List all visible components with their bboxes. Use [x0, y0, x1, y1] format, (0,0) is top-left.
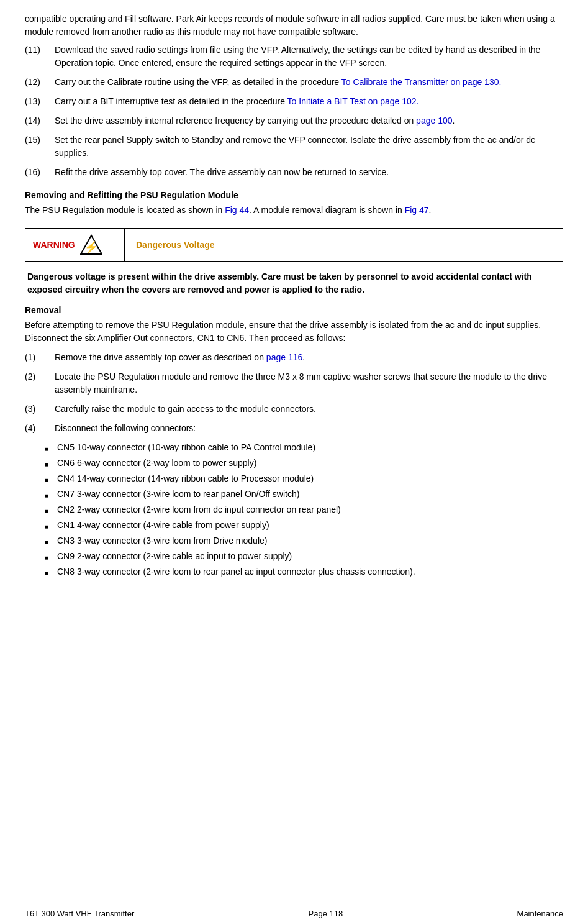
connector-cn5: ■ CN5 10-way connector (10-way ribbon ca…: [45, 441, 563, 454]
step-14: (14) Set the drive assembly internal ref…: [25, 114, 563, 127]
removal-step-3: (3) Carefully raise the module to gain a…: [25, 403, 563, 416]
calibrate-transmitter-link[interactable]: To Calibrate the Transmitter on page 130…: [341, 77, 502, 87]
step-11: (11) Download the saved radio settings f…: [25, 43, 563, 70]
psu-intro: The PSU Regulation module is located as …: [25, 204, 563, 217]
page-100-link[interactable]: page 100: [416, 116, 452, 126]
step-13-content: Carry out a BIT interruptive test as det…: [55, 95, 563, 108]
connector-cn6-text: CN6 6-way connector (2-way loom to power…: [57, 457, 563, 470]
bullet-icon-cn1: ■: [45, 522, 57, 531]
removal-step-1: (1) Remove the drive assembly top cover …: [25, 351, 563, 364]
psu-intro-after: .: [429, 205, 432, 215]
step-13: (13) Carry out a BIT interruptive test a…: [25, 95, 563, 108]
bullet-icon-cn2: ■: [45, 506, 57, 516]
intro-paragraph: compatible operating and Fill software. …: [25, 12, 563, 39]
warning-body: Dangerous voltage is present within the …: [25, 270, 563, 296]
removal-step-1-num: (1): [25, 351, 55, 364]
footer-left: T6T 300 Watt VHF Transmitter: [25, 909, 134, 918]
svg-text:⚡: ⚡: [84, 240, 99, 254]
step-15-content: Set the rear panel Supply switch to Stan…: [55, 134, 563, 160]
connector-cn3-text: CN3 3-way connector (3-wire loom from Dr…: [57, 534, 563, 547]
fig47-link[interactable]: Fig 47: [405, 205, 429, 215]
connector-cn2: ■ CN2 2-way connector (2-wire loom from …: [45, 503, 563, 516]
removal-step-1-after: .: [302, 352, 305, 362]
connector-list: ■ CN5 10-way connector (10-way ribbon ca…: [45, 441, 563, 578]
step-14-num: (14): [25, 114, 55, 127]
connector-cn2-text: CN2 2-way connector (2-wire loom from dc…: [57, 503, 563, 516]
connector-cn9: ■ CN9 2-way connector (2-wire cable ac i…: [45, 550, 563, 563]
connector-cn7-text: CN7 3-way connector (3-wire loom to rear…: [57, 488, 563, 501]
step-11-content: Download the saved radio settings from f…: [55, 43, 563, 70]
warning-box: WARNING ⚡ Dangerous Voltage: [25, 228, 563, 262]
psu-intro-mid: . A module removal diagram is shown in: [249, 205, 405, 215]
warning-triangle-icon: ⚡: [80, 234, 102, 256]
warning-label: WARNING ⚡: [25, 229, 125, 261]
psu-intro-before: The PSU Regulation module is located as …: [25, 205, 225, 215]
removal-step-2: (2) Locate the PSU Regulation module and…: [25, 370, 563, 396]
step-14-text-after: .: [453, 116, 455, 126]
connector-cn5-text: CN5 10-way connector (10-way ribbon cabl…: [57, 441, 563, 454]
removal-step-3-num: (3): [25, 403, 55, 416]
warning-title: Dangerous Voltage: [125, 235, 226, 255]
removal-step-4-content: Disconnect the following connectors:: [55, 422, 563, 435]
removal-step-1-before: Remove the drive assembly top cover as d…: [55, 352, 266, 362]
removal-intro: Before attempting to remove the PSU Regu…: [25, 319, 563, 345]
psu-section-heading: Removing and Refitting the PSU Regulatio…: [25, 190, 563, 200]
step-15-num: (15): [25, 134, 55, 160]
connector-cn1: ■ CN1 4-way connector (4-wire cable from…: [45, 519, 563, 532]
bullet-icon-cn4: ■: [45, 475, 57, 485]
removal-step-4: (4) Disconnect the following connectors:: [25, 422, 563, 435]
connector-cn7: ■ CN7 3-way connector (3-wire loom to re…: [45, 488, 563, 501]
footer-center: Page 118: [309, 909, 343, 918]
connector-cn4-text: CN4 14-way connector (14-way ribbon cabl…: [57, 472, 563, 485]
step-16-content: Refit the drive assembly top cover. The …: [55, 166, 563, 179]
connector-cn3: ■ CN3 3-way connector (3-wire loom from …: [45, 534, 563, 547]
bullet-icon-cn7: ■: [45, 491, 57, 500]
bit-test-link[interactable]: To Initiate a BIT Test on page 102.: [287, 96, 419, 106]
bullet-icon-cn6: ■: [45, 460, 57, 469]
removal-step-2-num: (2): [25, 370, 55, 396]
bullet-icon-cn9: ■: [45, 553, 57, 562]
bullet-icon-cn3: ■: [45, 537, 57, 547]
step-12-num: (12): [25, 76, 55, 89]
bullet-icon-cn5: ■: [45, 444, 57, 454]
step-16: (16) Refit the drive assembly top cover.…: [25, 166, 563, 179]
connector-cn8: ■ CN8 3-way connector (2-wire loom to re…: [45, 565, 563, 578]
step-12: (12) Carry out the Calibrate routine usi…: [25, 76, 563, 89]
removal-step-2-content: Locate the PSU Regulation module and rem…: [55, 370, 563, 396]
step-12-content: Carry out the Calibrate routine using th…: [55, 76, 563, 89]
step-12-text-before: Carry out the Calibrate routine using th…: [55, 77, 341, 87]
step-16-num: (16): [25, 166, 55, 179]
step-14-text-before: Set the drive assembly internal referenc…: [55, 116, 416, 126]
connector-cn1-text: CN1 4-way connector (4-wire cable from p…: [57, 519, 563, 532]
connector-cn6: ■ CN6 6-way connector (2-way loom to pow…: [45, 457, 563, 470]
bullet-icon-cn8: ■: [45, 568, 57, 578]
fig44-link[interactable]: Fig 44: [225, 205, 249, 215]
step-11-num: (11): [25, 43, 55, 70]
footer: T6T 300 Watt VHF Transmitter Page 118 Ma…: [0, 905, 588, 922]
page-116-link[interactable]: page 116: [266, 352, 302, 362]
connector-cn4: ■ CN4 14-way connector (14-way ribbon ca…: [45, 472, 563, 485]
step-13-text-before: Carry out a BIT interruptive test as det…: [55, 96, 287, 106]
connector-cn9-text: CN9 2-way connector (2-wire cable ac inp…: [57, 550, 563, 563]
footer-right: Maintenance: [517, 909, 563, 918]
step-14-content: Set the drive assembly internal referenc…: [55, 114, 563, 127]
removal-heading: Removal: [25, 305, 563, 315]
removal-step-4-num: (4): [25, 422, 55, 435]
removal-step-3-content: Carefully raise the module to gain acces…: [55, 403, 563, 416]
removal-step-1-content: Remove the drive assembly top cover as d…: [55, 351, 563, 364]
step-13-num: (13): [25, 95, 55, 108]
warning-text: WARNING: [33, 240, 75, 250]
connector-cn8-text: CN8 3-way connector (2-wire loom to rear…: [57, 565, 563, 578]
step-15: (15) Set the rear panel Supply switch to…: [25, 134, 563, 160]
